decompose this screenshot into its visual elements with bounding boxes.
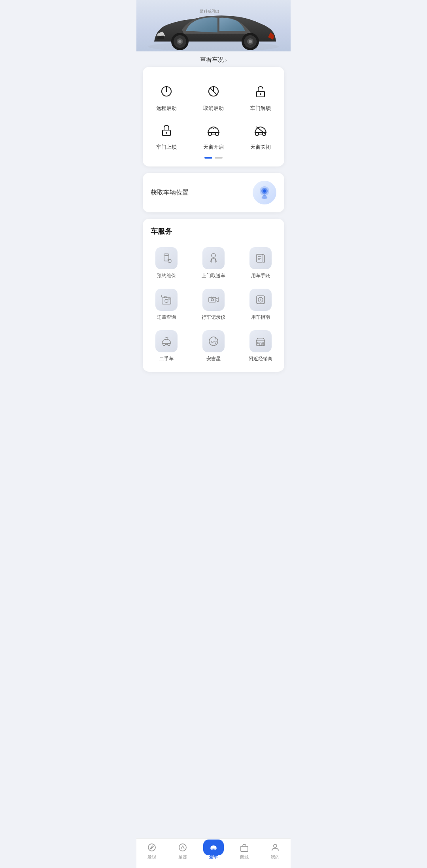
maintenance-button[interactable]: 预约维保: [143, 242, 190, 284]
wrench-icon: [155, 247, 178, 269]
sunroof-open-button[interactable]: 天窗开启: [190, 115, 237, 154]
cancel-start-label: 取消启动: [203, 105, 224, 112]
control-card: 远程启动 取消启动 车门解锁: [143, 67, 284, 166]
svg-point-22: [255, 132, 259, 136]
car-manual-label: 用车手账: [251, 272, 270, 279]
pickup-label: 上门取送车: [202, 272, 225, 279]
dashcam-button[interactable]: 行车记录仪: [190, 284, 237, 325]
anjixing-button[interactable]: On 安吉星: [190, 325, 237, 367]
svg-rect-45: [168, 299, 170, 299]
door-unlock-button[interactable]: 车门解锁: [237, 76, 284, 115]
pickup-button[interactable]: 上门取送车: [190, 242, 237, 284]
car-svg: 昂科威Plus: [138, 4, 289, 51]
compass-icon: [249, 289, 272, 311]
map-pin-icon: [258, 185, 271, 200]
car-top-close-icon: [250, 120, 271, 140]
svg-point-0: [148, 42, 279, 51]
anjixing-icon: On: [202, 330, 225, 352]
view-status-link[interactable]: 查看车况 ›: [136, 51, 291, 67]
door-unlock-label: 车门解锁: [250, 105, 271, 112]
svg-point-28: [263, 189, 266, 193]
lock-icon: [156, 120, 177, 140]
svg-point-4: [178, 40, 181, 43]
control-grid: 远程启动 取消启动 车门解锁: [143, 76, 284, 154]
chevron-right-icon: ›: [225, 57, 227, 63]
svg-line-46: [161, 295, 162, 298]
dot-1: [204, 157, 212, 159]
location-section[interactable]: 获取车辆位置: [143, 173, 284, 212]
car-manual-button[interactable]: 用车手账: [237, 242, 284, 284]
maintenance-label: 预约维保: [157, 272, 176, 279]
door-lock-button[interactable]: 车门上锁: [143, 115, 190, 154]
store-icon: [249, 330, 272, 352]
remote-start-button[interactable]: 远程启动: [143, 76, 190, 115]
dealer-label: 附近经销商: [249, 356, 272, 362]
svg-point-16: [260, 93, 261, 95]
svg-line-35: [168, 259, 168, 260]
book-icon: [249, 247, 272, 269]
view-status-label: 查看车况: [200, 56, 224, 64]
remote-start-label: 远程启动: [156, 105, 177, 112]
violation-label: 违章查询: [157, 314, 176, 321]
location-label: 获取车辆位置: [151, 189, 189, 197]
svg-rect-60: [259, 343, 262, 346]
svg-rect-47: [209, 297, 216, 302]
svg-point-19: [208, 132, 212, 136]
car-top-open-icon: [203, 120, 224, 140]
svg-point-20: [215, 132, 219, 136]
anjixing-label: 安吉星: [206, 356, 221, 362]
unlock-icon: [250, 81, 271, 102]
used-car-button[interactable]: 二手车: [143, 325, 190, 367]
svg-point-54: [163, 343, 165, 346]
services-title: 车服务: [143, 227, 284, 242]
svg-text:昂科威Plus: 昂科威Plus: [200, 9, 219, 13]
services-grid: 预约维保 上门取送车: [143, 242, 284, 367]
person-icon: [202, 247, 225, 269]
svg-point-36: [212, 253, 215, 257]
sunroof-open-label: 天窗开启: [203, 144, 224, 151]
used-car-label: 二手车: [159, 356, 174, 362]
door-lock-label: 车门上锁: [156, 144, 177, 151]
svg-point-8: [249, 40, 252, 43]
svg-rect-62: [262, 342, 264, 344]
camera-icon: [155, 289, 178, 311]
dashcam-label: 行车记录仪: [202, 314, 225, 321]
svg-rect-61: [257, 342, 259, 344]
dealer-button[interactable]: 附近经销商: [237, 325, 284, 367]
svg-point-44: [165, 299, 168, 303]
car-image-section: 昂科威Plus: [136, 0, 291, 51]
violation-button[interactable]: 违章查询: [143, 284, 190, 325]
svg-line-38: [215, 258, 216, 263]
svg-line-37: [211, 258, 212, 263]
guide-label: 用车指南: [251, 314, 270, 321]
sunroof-close-button[interactable]: 天窗关闭: [237, 115, 284, 154]
used-car-icon: [155, 330, 178, 352]
location-icon: [253, 181, 276, 204]
dashcam-icon: [202, 289, 225, 311]
services-section: 车服务 预约维保: [143, 219, 284, 372]
guide-button[interactable]: 用车指南: [237, 284, 284, 325]
svg-point-18: [166, 132, 167, 134]
sunroof-close-label: 天窗关闭: [250, 144, 271, 151]
power-slash-icon: [203, 81, 224, 102]
svg-point-55: [168, 343, 170, 346]
page-dots: [143, 154, 284, 160]
svg-point-48: [211, 299, 214, 301]
power-icon: [156, 81, 177, 102]
dot-2: [215, 157, 223, 159]
cancel-start-button[interactable]: 取消启动: [190, 76, 237, 115]
